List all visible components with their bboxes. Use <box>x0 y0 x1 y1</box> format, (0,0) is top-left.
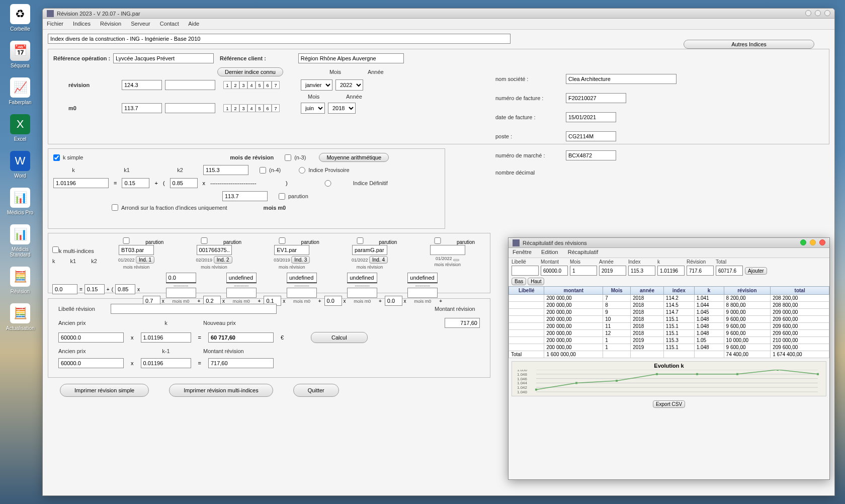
menu-fenetre[interactable]: Fenêtre <box>513 249 532 255</box>
mfb-0[interactable] <box>166 288 196 298</box>
km1-input[interactable] <box>141 358 191 368</box>
table-row[interactable]: Total1 600 000,0074 400,001 674 400,00 <box>509 351 829 358</box>
rev-month-select[interactable]: janvier <box>301 79 332 91</box>
titlebar[interactable]: Révision 2023 - V 20.07 - ING.par <box>43 9 834 19</box>
numbtn-3[interactable]: 3 <box>239 81 247 89</box>
minimize-icon[interactable] <box>800 239 806 245</box>
multi-k1-input[interactable] <box>84 284 105 294</box>
export-csv-button[interactable]: Export CSV <box>653 400 685 408</box>
mft-0[interactable] <box>166 273 196 283</box>
moism0-input[interactable] <box>222 191 268 201</box>
menu-fichier[interactable]: Fichier <box>47 21 63 27</box>
menu-aide[interactable]: Aide <box>188 21 199 27</box>
table-row[interactable]: 200 000,0082018114.51.0448 800,00208 800… <box>509 302 829 309</box>
menu-recapitulatif[interactable]: Récapitulatif <box>568 249 599 255</box>
hi-libelle[interactable] <box>512 266 539 276</box>
desktop-icon-word[interactable]: WWord <box>6 151 34 179</box>
revision-input[interactable] <box>122 80 162 90</box>
table-row[interactable]: 200 000,00102018115.11.0489 600,00209 60… <box>509 316 829 323</box>
recap-col[interactable]: année <box>631 287 664 295</box>
maximize-icon[interactable] <box>810 239 816 245</box>
close-icon[interactable] <box>824 10 830 16</box>
quitter-button[interactable]: Quitter <box>293 384 339 397</box>
libelle-input[interactable] <box>111 304 277 314</box>
mfb-3[interactable] <box>347 288 377 298</box>
desktop-icon-medicis-pro[interactable]: 📊Médicis Pro <box>6 188 34 215</box>
montant2-input[interactable] <box>208 358 274 368</box>
par-chk-2[interactable] <box>265 237 300 244</box>
mfc-3[interactable] <box>324 296 342 306</box>
multi-k-input[interactable] <box>52 284 77 294</box>
poste-input[interactable] <box>566 131 616 141</box>
m0-input-2[interactable] <box>165 103 215 113</box>
table-row[interactable]: 200 000,00122018115.11.0489 600,00209 60… <box>509 330 829 337</box>
multi-k2-input[interactable] <box>115 284 135 294</box>
table-row[interactable]: 200 000,0012019115.11.0489 600,00209 600… <box>509 344 829 351</box>
par-file-3[interactable] <box>352 245 387 255</box>
autres-indices-button[interactable]: Autres Indices <box>684 40 814 49</box>
c1-input[interactable] <box>122 178 149 188</box>
numbtn-1[interactable]: 1 <box>223 81 231 89</box>
hi-total[interactable] <box>716 266 743 276</box>
numbtn-3b[interactable]: 3 <box>239 104 247 112</box>
mfb-1[interactable] <box>226 288 257 298</box>
hi-annee[interactable] <box>599 266 626 276</box>
numbtn-5b[interactable]: 5 <box>256 104 264 112</box>
mfb-4[interactable] <box>407 288 438 298</box>
par-chk-0[interactable] <box>109 237 144 244</box>
par-ind-2[interactable]: Ind. 3 <box>291 256 310 264</box>
par-file-4[interactable] <box>430 245 465 255</box>
c2-input[interactable] <box>170 178 198 188</box>
par-ind-3[interactable]: Ind. 4 <box>369 256 388 264</box>
m0-year-select[interactable]: 2018 <box>328 103 356 114</box>
numbtn-2b[interactable]: 2 <box>231 104 239 112</box>
calcul-button[interactable]: Calcul <box>311 332 368 343</box>
bas-button[interactable]: Bas <box>512 278 526 285</box>
numbtn-4b[interactable]: 4 <box>247 104 256 112</box>
par-ind-1[interactable]: Ind. 2 <box>214 256 232 264</box>
print-multi-button[interactable]: Imprimer révision multi-indices <box>169 384 273 397</box>
par-chk-1[interactable] <box>187 237 222 244</box>
mfb-2[interactable] <box>287 288 317 298</box>
hi-rev[interactable] <box>687 266 714 276</box>
arrondi-checkbox[interactable] <box>112 204 118 211</box>
menu-edition[interactable]: Edition <box>541 249 558 255</box>
ref-client-input[interactable] <box>298 53 404 63</box>
desktop-icon-revision[interactable]: 🧮Révision <box>6 267 34 294</box>
ancien2-input[interactable] <box>58 358 124 368</box>
ajouter-button[interactable]: Ajouter <box>745 267 767 275</box>
table-row[interactable]: 200 000,0092018114.71.0459 000,00209 000… <box>509 309 829 316</box>
mft-4[interactable] <box>407 273 438 283</box>
hi-mois[interactable] <box>570 266 597 276</box>
recap-col[interactable]: Mois <box>603 287 631 295</box>
par-file-0[interactable] <box>119 245 154 255</box>
k-b-input[interactable] <box>141 332 191 343</box>
numbtn-5[interactable]: 5 <box>256 81 264 89</box>
hi-k[interactable] <box>657 266 685 276</box>
haut-button[interactable]: Haut <box>528 278 544 285</box>
recap-titlebar[interactable]: Récapitulatif des révisions <box>509 238 829 248</box>
maximize-icon[interactable] <box>815 10 821 16</box>
numbtn-2[interactable]: 2 <box>231 81 239 89</box>
desktop-icon-corbeille[interactable]: ♻Corbeille <box>6 4 34 32</box>
desktop-icon-sequora[interactable]: 📅Séquora <box>6 41 34 68</box>
numbtn-7[interactable]: 7 <box>272 81 280 89</box>
numbtn-4[interactable]: 4 <box>247 81 256 89</box>
mft-3[interactable] <box>347 273 377 283</box>
par-chk-3[interactable] <box>343 237 378 244</box>
table-row[interactable]: 200 000,00112018115.11.0489 600,00209 60… <box>509 323 829 330</box>
hi-montant[interactable] <box>541 266 568 276</box>
nom-societe-input[interactable] <box>566 74 677 84</box>
recap-col[interactable]: Libellé <box>509 287 544 295</box>
nouveau-prix-input[interactable] <box>208 332 274 343</box>
menu-indices[interactable]: Indices <box>73 21 91 27</box>
desktop-icon-excel[interactable]: XExcel <box>6 114 34 142</box>
num-marche-input[interactable] <box>566 150 616 160</box>
k-value-input[interactable] <box>53 178 109 188</box>
table-row[interactable]: 200 000,0012019115.31.0510 000,00210 000… <box>509 337 829 344</box>
desktop-icon-actualisation[interactable]: 🧮Actualisation <box>6 303 34 331</box>
par-file-1[interactable] <box>197 245 232 255</box>
rev-year-select[interactable]: 2022 <box>335 79 363 91</box>
recap-col[interactable]: index <box>663 287 694 295</box>
recap-col[interactable]: révision <box>724 287 771 295</box>
